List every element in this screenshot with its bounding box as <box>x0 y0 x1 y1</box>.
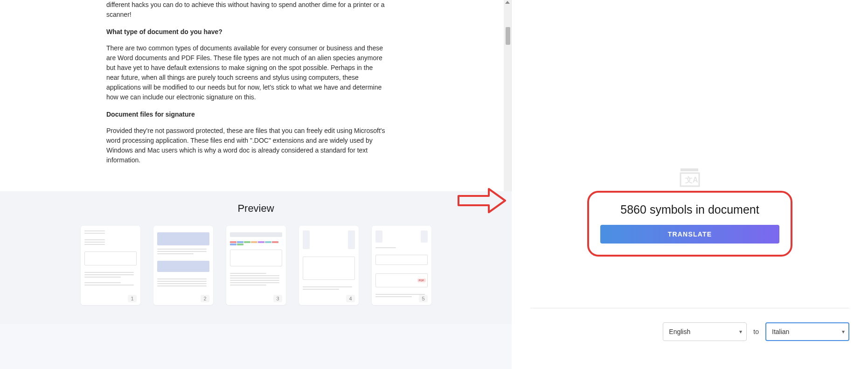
thumbnail-page-4[interactable]: 4 <box>299 226 359 305</box>
thumbnails-row: 1 2 <box>0 226 512 305</box>
svg-text:文A: 文A <box>685 176 698 184</box>
thumb-number: 1 <box>128 295 136 302</box>
scrollbar-thumb[interactable] <box>506 27 510 45</box>
preview-section: Preview <box>0 191 512 324</box>
translate-icon: 文A <box>679 167 701 187</box>
thumb-number: 2 <box>201 295 209 302</box>
heading-signature: Document files for signature <box>106 110 386 119</box>
thumbnail-page-2[interactable]: 2 <box>153 226 213 305</box>
target-language-select[interactable]: Italian <box>765 322 849 341</box>
translate-button[interactable]: TRANSLATE <box>600 225 779 244</box>
scrollbar-track[interactable] <box>504 0 511 191</box>
preview-title: Preview <box>0 202 512 215</box>
divider <box>530 308 849 308</box>
thumbnail-page-5[interactable]: PDF 5 <box>372 226 431 305</box>
arrow-annotation-icon <box>456 187 507 215</box>
intro-paragraph-tail: different hacks you can do to achieve th… <box>106 0 386 20</box>
symbols-label: symbols in document <box>650 203 759 216</box>
symbols-count-text: 5860 symbols in document <box>600 203 779 216</box>
paragraph-signature: Provided they're not password protected,… <box>106 126 386 165</box>
language-selectors: English to Italian <box>512 322 868 369</box>
thumb-number: 5 <box>419 295 427 302</box>
to-label: to <box>753 328 759 335</box>
translate-icon-wrap: 文A <box>512 167 868 187</box>
thumbnail-page-3[interactable]: 3 <box>226 226 286 305</box>
heading-doc-type: What type of document do you have? <box>106 27 386 37</box>
symbols-count: 5860 <box>620 203 646 216</box>
scrollbar-arrow-up-icon[interactable] <box>505 1 510 6</box>
thumb-number: 4 <box>346 295 354 302</box>
svg-rect-0 <box>681 168 698 171</box>
source-language-select[interactable]: English <box>663 322 747 341</box>
paragraph-doc-type: There are two common types of documents … <box>106 43 386 102</box>
document-viewer: different hacks you can do to achieve th… <box>0 0 512 191</box>
document-content: different hacks you can do to achieve th… <box>106 0 386 165</box>
thumb-number: 3 <box>273 295 282 302</box>
translate-panel: 5860 symbols in document TRANSLATE <box>587 191 792 257</box>
right-section: 文A 5860 symbols in document TRANSLATE En… <box>512 0 868 369</box>
left-section: different hacks you can do to achieve th… <box>0 0 512 369</box>
thumbnail-page-1[interactable]: 1 <box>81 226 140 305</box>
